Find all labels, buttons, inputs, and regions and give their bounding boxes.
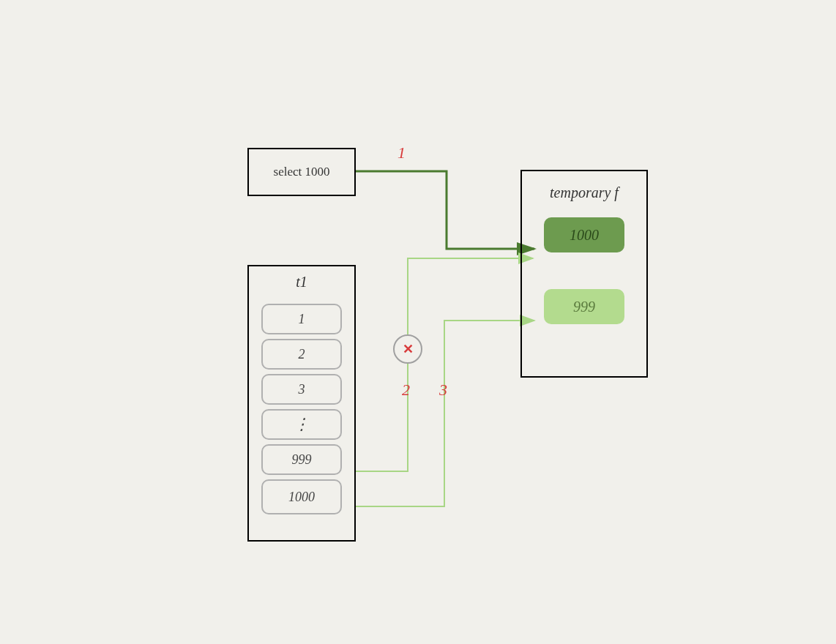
annotation-2: 2 [402,381,410,400]
reject-circle-icon: ✕ [393,334,422,364]
x-icon: ✕ [403,341,414,357]
table-row-ellipsis: ⋮ [261,409,342,440]
table-row: 999 [261,444,342,475]
table-row: 2 [261,339,342,370]
select-box: select 1000 [247,148,356,196]
annotation-1: 1 [398,143,406,162]
t1-table: t1 1 2 3 ⋮ 999 1000 [247,265,356,542]
temporary-table: temporary f 1000 999 [520,170,648,378]
temp-pill-999: 999 [544,289,624,324]
table-row: 1 [261,304,342,334]
t1-label: t1 [249,274,354,291]
table-row: 1000 [261,479,342,514]
table-row: 3 [261,374,342,405]
temp-pill-1000: 1000 [544,217,624,252]
connector-lines [0,0,836,644]
temp-label: temporary f [522,184,646,201]
select-label: select 1000 [274,165,330,179]
annotation-3: 3 [439,381,447,400]
